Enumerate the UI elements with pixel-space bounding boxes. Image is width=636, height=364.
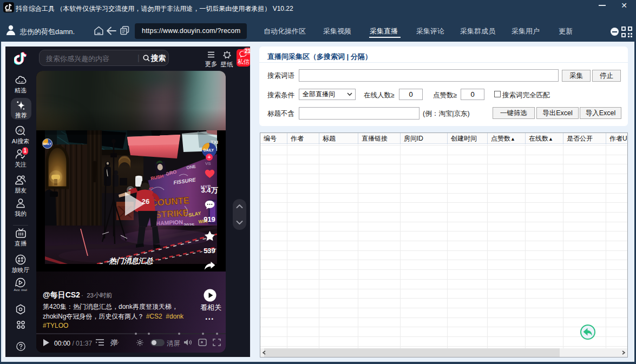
svg-text:TOOL: TOOL <box>6 10 11 12</box>
svg-text:Ai: Ai <box>17 128 23 133</box>
